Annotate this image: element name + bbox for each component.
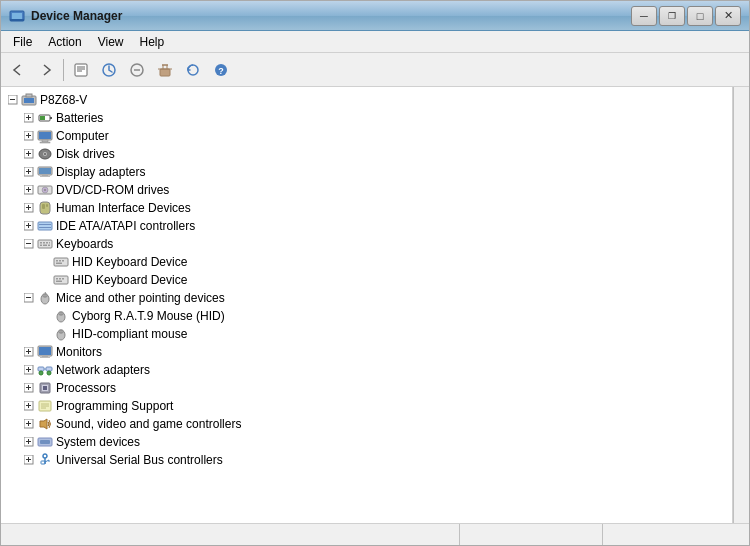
mice-expander[interactable]	[21, 290, 37, 306]
processors-expander[interactable]	[21, 380, 37, 396]
system-devices-label: System devices	[56, 435, 140, 449]
hid-keyboard-2-icon	[53, 272, 69, 288]
computer-expander[interactable]	[21, 128, 37, 144]
tree-keyboards[interactable]: Keyboards	[1, 235, 732, 253]
svg-rect-42	[39, 168, 51, 174]
tree-usb[interactable]: Universal Serial Bus controllers	[1, 451, 732, 469]
tree-display-adapters[interactable]: Display adapters	[1, 163, 732, 181]
processors-icon	[37, 380, 53, 396]
svg-rect-70	[40, 245, 42, 247]
system-devices-icon	[37, 434, 53, 450]
network-expander[interactable]	[21, 362, 37, 378]
svg-rect-23	[50, 117, 52, 119]
uninstall-button[interactable]	[152, 57, 178, 83]
hid-mouse-expander	[37, 326, 53, 342]
svg-rect-31	[40, 142, 50, 143]
tree-programming-support[interactable]: Programming Support	[1, 397, 732, 415]
window-controls: ─ ❐ □ ✕	[631, 6, 741, 26]
svg-rect-61	[39, 224, 51, 225]
tree-system-devices[interactable]: System devices	[1, 433, 732, 451]
svg-rect-79	[56, 278, 58, 280]
menu-view[interactable]: View	[90, 33, 132, 51]
svg-rect-76	[62, 260, 64, 262]
svg-rect-72	[48, 245, 50, 247]
usb-expander[interactable]	[21, 452, 37, 468]
keyboards-expander[interactable]	[21, 236, 37, 252]
tree-dvd-drives[interactable]: DVD/CD-ROM drives	[1, 181, 732, 199]
menu-action[interactable]: Action	[40, 33, 89, 51]
tree-batteries[interactable]: Batteries	[1, 109, 732, 127]
ide-icon	[37, 218, 53, 234]
title-bar: Device Manager ─ ❐ □ ✕	[1, 1, 749, 31]
computer-label: Computer	[56, 129, 109, 143]
disable-button[interactable]	[124, 57, 150, 83]
svg-rect-3	[75, 64, 87, 76]
svg-rect-10	[160, 69, 170, 76]
forward-button[interactable]	[33, 57, 59, 83]
svg-rect-44	[40, 176, 50, 177]
sound-expander[interactable]	[21, 416, 37, 432]
svg-rect-105	[38, 367, 44, 371]
ide-expander[interactable]	[21, 218, 37, 234]
hid-expander[interactable]	[21, 200, 37, 216]
root-expander[interactable]	[5, 92, 21, 108]
tree-processors[interactable]: Processors	[1, 379, 732, 397]
svg-rect-100	[42, 356, 48, 357]
properties-button[interactable]	[68, 57, 94, 83]
tree-hid-keyboard-1[interactable]: HID Keyboard Device	[1, 253, 732, 271]
svg-rect-80	[59, 278, 61, 280]
batteries-expander[interactable]	[21, 110, 37, 126]
tree-disk-drives[interactable]: Disk drives	[1, 145, 732, 163]
help-button[interactable]: ?	[208, 57, 234, 83]
hid-kb1-expander	[37, 254, 53, 270]
menu-file[interactable]: File	[5, 33, 40, 51]
device-tree[interactable]: P8Z68-V Batteries	[1, 87, 733, 523]
back-button[interactable]	[5, 57, 31, 83]
svg-rect-106	[46, 367, 52, 371]
close-button[interactable]: ✕	[715, 6, 741, 26]
update-driver-button[interactable]	[96, 57, 122, 83]
window-icon	[9, 8, 25, 24]
dvd-expander[interactable]	[21, 182, 37, 198]
hid-keyboard-1-label: HID Keyboard Device	[72, 255, 187, 269]
monitors-expander[interactable]	[21, 344, 37, 360]
tree-root[interactable]: P8Z68-V	[1, 91, 732, 109]
tree-hid[interactable]: Human Interface Devices	[1, 199, 732, 217]
tree-ide[interactable]: IDE ATA/ATAPI controllers	[1, 217, 732, 235]
programming-support-icon	[37, 398, 53, 414]
right-panel	[733, 87, 749, 523]
rat9-icon	[53, 308, 69, 324]
tree-computer[interactable]: Computer	[1, 127, 732, 145]
svg-point-135	[43, 454, 47, 458]
dvd-drives-icon	[37, 182, 53, 198]
window-title: Device Manager	[31, 9, 625, 23]
tree-monitors[interactable]: Monitors	[1, 343, 732, 361]
tree-rat9-mouse[interactable]: Cyborg R.A.T.9 Mouse (HID)	[1, 307, 732, 325]
svg-rect-18	[24, 98, 34, 103]
dvd-drives-label: DVD/CD-ROM drives	[56, 183, 169, 197]
tree-hid-keyboard-2[interactable]: HID Keyboard Device	[1, 271, 732, 289]
svg-rect-69	[49, 242, 50, 244]
display-expander[interactable]	[21, 164, 37, 180]
tree-sound-video[interactable]: Sound, video and game controllers	[1, 415, 732, 433]
minimize-button[interactable]: ─	[631, 6, 657, 26]
prog-support-expander[interactable]	[21, 398, 37, 414]
svg-rect-65	[38, 240, 52, 248]
menu-help[interactable]: Help	[132, 33, 173, 51]
sound-video-icon	[37, 416, 53, 432]
disk-drives-expander[interactable]	[21, 146, 37, 162]
svg-rect-43	[42, 175, 48, 176]
system-devices-expander[interactable]	[21, 434, 37, 450]
tree-network-adapters[interactable]: Network adapters	[1, 361, 732, 379]
tree-mice[interactable]: Mice and other pointing devices	[1, 289, 732, 307]
svg-rect-77	[56, 263, 62, 265]
svg-rect-73	[54, 258, 68, 266]
maximize-button[interactable]: □	[687, 6, 713, 26]
restore-button[interactable]: ❐	[659, 6, 685, 26]
status-text	[5, 524, 460, 545]
svg-rect-74	[56, 260, 58, 262]
svg-rect-30	[42, 140, 48, 142]
mice-icon	[37, 290, 53, 306]
scan-hardware-button[interactable]	[180, 57, 206, 83]
tree-hid-mouse[interactable]: HID-compliant mouse	[1, 325, 732, 343]
